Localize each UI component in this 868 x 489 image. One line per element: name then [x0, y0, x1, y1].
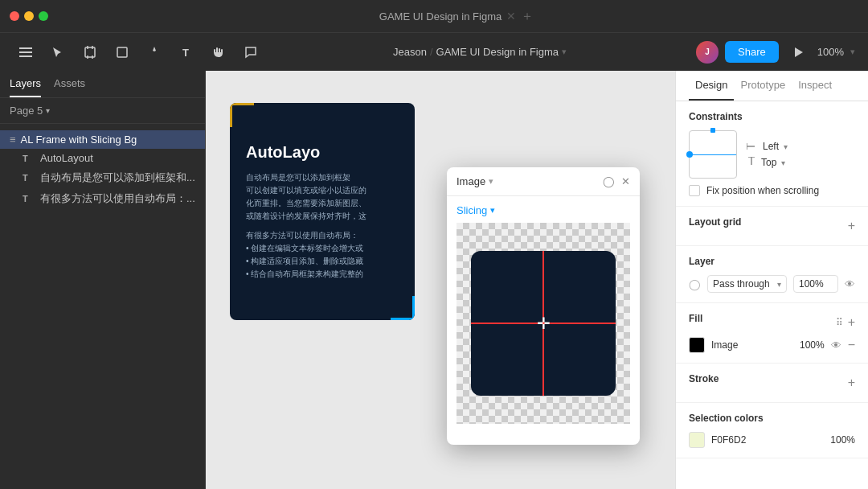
- fix-position-checkbox[interactable]: [689, 185, 700, 196]
- page-label: Page 5: [10, 105, 43, 117]
- fix-position-row: Fix position when scrolling: [689, 185, 855, 196]
- image-popup-chevron[interactable]: ▾: [489, 176, 493, 187]
- top-label: Top: [761, 157, 776, 168]
- selection-color-swatch[interactable]: [689, 432, 705, 448]
- toolbar-tools: T: [13, 39, 264, 65]
- layer-section: Layer ◯ Pass through ▾ 100% 👁: [676, 246, 868, 303]
- layer-circle-icon: ◯: [689, 278, 701, 290]
- hand-tool[interactable]: [206, 39, 231, 65]
- layer-item-2[interactable]: T 自动布局是您可以添加到框架和...: [0, 167, 205, 188]
- fill-grid-icon[interactable]: ⠿: [836, 317, 843, 328]
- tab-design[interactable]: Design: [689, 71, 734, 101]
- layer-text-icon-1: T: [23, 154, 35, 163]
- fill-remove-button[interactable]: −: [848, 338, 855, 352]
- layer-item-1[interactable]: T AutoLayout: [0, 149, 205, 167]
- constraint-left-option[interactable]: Left ▾: [747, 141, 788, 152]
- layout-grid-header: Layout grid +: [689, 216, 855, 236]
- toolbar: T Jeason / GAME UI Design in Figma ▾ J S…: [0, 32, 868, 71]
- canvas[interactable]: AutoLayo 自动布局是您可以添加到框架可以创建可以填充或缩小以适应的化而重…: [206, 71, 675, 489]
- breadcrumb-chevron[interactable]: ▾: [562, 47, 567, 57]
- breadcrumb-file[interactable]: GAME UI Design in Figma: [436, 46, 559, 58]
- popup-close-icon[interactable]: ✕: [621, 175, 630, 187]
- avatar[interactable]: J: [696, 41, 719, 64]
- stroke-add-button[interactable]: +: [848, 376, 855, 389]
- new-tab-icon[interactable]: ＋: [521, 8, 534, 25]
- page-selector[interactable]: Page 5 ▾: [0, 98, 205, 124]
- layout-grid-add[interactable]: +: [848, 220, 855, 232]
- layer-list: ≡ AL Frame with Slicing Bg T AutoLayout …: [0, 124, 205, 216]
- image-popup-title: Image: [457, 175, 485, 187]
- tab-inspect[interactable]: Inspect: [792, 71, 838, 101]
- close-tab-icon[interactable]: ✕: [506, 10, 516, 23]
- tab-assets[interactable]: Assets: [54, 77, 85, 97]
- pen-tool[interactable]: [141, 39, 167, 65]
- share-button[interactable]: Share: [725, 41, 779, 63]
- frame-corner-br: [391, 296, 415, 320]
- popup-title-text: Image ▾: [457, 175, 493, 187]
- layer-item-label-1: AutoLayout: [40, 152, 93, 164]
- breadcrumb-user: Jeason: [393, 46, 427, 58]
- maximize-dot[interactable]: [39, 11, 48, 21]
- layer-title: Layer: [689, 256, 855, 267]
- breadcrumb-separator: /: [430, 46, 433, 58]
- layer-text-icon-2: T: [23, 173, 35, 183]
- main-area: Layers Assets Page 5 ▾ ≡ AL Frame with S…: [0, 71, 868, 489]
- image-popup: Image ▾ ◯ ✕ Slicing ▾: [447, 167, 640, 445]
- selection-color-hex: F0F6D2: [711, 434, 746, 446]
- tab-layers[interactable]: Layers: [10, 77, 41, 97]
- layer-visibility-toggle[interactable]: 👁: [845, 278, 855, 290]
- layer-item-0[interactable]: ≡ AL Frame with Slicing Bg: [0, 130, 205, 149]
- svg-text:T: T: [182, 47, 189, 59]
- stroke-title: Stroke: [689, 373, 719, 384]
- selection-colors-title: Selection colors: [689, 413, 855, 424]
- slicing-label[interactable]: Slicing ▾: [457, 204, 630, 216]
- svg-marker-10: [795, 47, 803, 57]
- select-tool[interactable]: [45, 39, 71, 65]
- game-ui-preview: ✛: [471, 251, 616, 396]
- window-controls: [10, 11, 48, 21]
- text-tool[interactable]: T: [174, 39, 199, 65]
- tab-prototype[interactable]: Prototype: [734, 71, 792, 101]
- frame-tool[interactable]: [77, 39, 103, 65]
- fill-color-swatch[interactable]: [689, 337, 705, 353]
- popup-actions: ◯ ✕: [603, 175, 630, 187]
- top-chevron[interactable]: ▾: [781, 158, 785, 167]
- layout-grid-title: Layout grid: [689, 216, 741, 228]
- minimize-dot[interactable]: [24, 11, 34, 21]
- layer-item-label-3: 有很多方法可以使用自动布局：...: [40, 191, 195, 206]
- shape-tool[interactable]: [109, 39, 135, 65]
- constraint-left-dot: [686, 151, 693, 158]
- fill-header: Fill ⠿ +: [689, 313, 855, 332]
- present-button[interactable]: [785, 39, 811, 65]
- slicing-chevron[interactable]: ▾: [490, 205, 495, 216]
- page-chevron: ▾: [46, 106, 50, 115]
- popup-mask-icon[interactable]: ◯: [603, 175, 615, 187]
- fill-section: Fill ⠿ + Image 100% 👁 −: [676, 303, 868, 364]
- image-preview: ✛: [457, 223, 630, 424]
- opacity-field[interactable]: 100%: [793, 275, 838, 293]
- svg-rect-8: [117, 47, 127, 57]
- blend-mode-label: Pass through: [713, 278, 770, 290]
- blend-mode-selector[interactable]: Pass through ▾: [707, 275, 787, 293]
- stroke-section: Stroke +: [676, 364, 868, 403]
- window-title: GAME UI Design in Figma ✕ ＋: [55, 8, 858, 25]
- title-text: GAME UI Design in Figma: [379, 10, 502, 23]
- svg-rect-2: [19, 55, 32, 57]
- constraint-h-line: [690, 154, 736, 155]
- layer-group-icon: ≡: [10, 134, 16, 146]
- left-chevron[interactable]: ▾: [784, 142, 788, 151]
- fix-position-label: Fix position when scrolling: [706, 185, 819, 196]
- zoom-level[interactable]: 100%: [817, 46, 844, 58]
- constraint-top-option[interactable]: Top ▾: [747, 157, 788, 168]
- svg-rect-3: [85, 47, 95, 57]
- layer-item-3[interactable]: T 有很多方法可以使用自动布局：...: [0, 188, 205, 209]
- close-dot[interactable]: [10, 11, 19, 21]
- zoom-chevron[interactable]: ▾: [850, 47, 855, 57]
- fill-visibility-toggle[interactable]: 👁: [831, 339, 841, 351]
- blend-chevron[interactable]: ▾: [777, 280, 781, 289]
- game-frame: AutoLayo 自动布局是您可以添加到框架可以创建可以填充或缩小以适应的化而重…: [230, 103, 415, 320]
- fill-add-button[interactable]: +: [848, 316, 855, 329]
- comment-tool[interactable]: [238, 39, 264, 65]
- menu-button[interactable]: [13, 39, 39, 65]
- image-overlay: ✛: [457, 223, 630, 424]
